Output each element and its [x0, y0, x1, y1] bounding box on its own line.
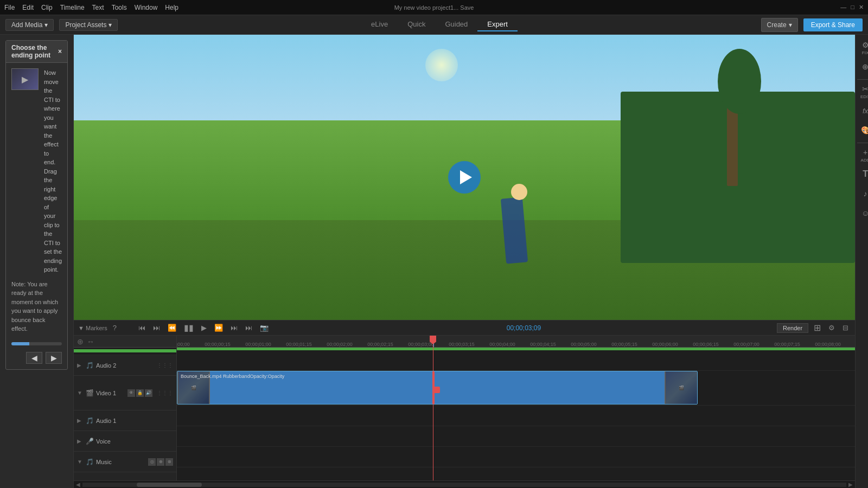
timeline-collapse-btn[interactable]: ⊟ [840, 323, 851, 333]
left-panel: Choose the ending point × ▶ Now move the… [0, 35, 74, 488]
sidebar-align[interactable]: ⊕ [856, 59, 868, 76]
voice-label: Voice [96, 438, 173, 445]
timeline-zoom-btn[interactable]: ⊞ [812, 322, 823, 334]
timeline-tracks-area: 00;00;00;00 00;00;00;15 00;00;01;00 00;0… [177, 336, 855, 480]
markers-dropdown[interactable]: ▼ Markers [78, 325, 107, 331]
sidebar-add[interactable]: + ADD [856, 146, 868, 164]
right-sidebar: ⚙ FIX ⊕ ✂ EDIT fx 🎨 + ADD T ♪ [855, 35, 868, 488]
voice-icon: 🎤 [86, 438, 94, 445]
sidebar-music[interactable]: ♪ [856, 185, 868, 203]
menu-bar: File Edit Clip Timeline Text Tools Windo… [4, 4, 178, 11]
video1-dots: ⋮⋮⋮ [157, 390, 173, 396]
prev-clip-button[interactable]: ⏭ [151, 323, 162, 333]
track-header-music: ▼ 🎵 Music ◎ ⊕ ⊗ [74, 452, 176, 472]
track-row-audio1 [177, 406, 855, 426]
wizard-progress-fill [11, 342, 29, 345]
timeline-content: ⊕ ↔ ▶ 🎵 Audio 2 ⋮⋮⋮ [74, 336, 855, 480]
sidebar-fix[interactable]: ⚙ FIX [856, 39, 868, 56]
maximize-btn[interactable]: □ [851, 4, 854, 11]
scroll-left-icon[interactable]: ◀ [76, 481, 80, 487]
render-range-bar [177, 348, 855, 350]
music-icon: 🎵 [86, 458, 94, 466]
wizard-next-button[interactable]: ▶ [46, 352, 62, 364]
scissors-icon: ✂ [862, 85, 868, 93]
ruler-line-11 [624, 345, 625, 347]
tab-quick[interactable]: Quick [398, 18, 435, 31]
minimize-btn[interactable]: — [840, 4, 846, 11]
video1-icon: 🎬 [86, 389, 94, 397]
ruler-line-7 [462, 345, 462, 347]
export-share-button[interactable]: Export & Share [803, 18, 863, 31]
clip-thumb-right: 🎬 [665, 371, 697, 404]
align-icon: ⊕ [862, 62, 868, 71]
music-ctrl1[interactable]: ◎ [148, 458, 156, 466]
ruler-line-4 [340, 344, 340, 347]
scroll-thumb[interactable] [137, 483, 202, 487]
music-note-icon: ♪ [864, 189, 867, 198]
snapshot-button[interactable]: 📷 [258, 323, 271, 333]
music-ctrl3[interactable]: ⊗ [165, 458, 173, 466]
menu-clip[interactable]: Clip [41, 4, 53, 11]
sidebar-edit[interactable]: ✂ EDIT [856, 83, 868, 100]
menu-help[interactable]: Help [165, 4, 178, 11]
track-expand-icon[interactable]: ▶ [77, 362, 84, 368]
sidebar-color[interactable]: 🎨 [856, 122, 868, 139]
tab-elive[interactable]: eLive [361, 18, 398, 31]
ruler-snap-indicator [433, 343, 434, 347]
wizard-close-button[interactable]: × [58, 48, 62, 55]
video1-expand-icon[interactable]: ▼ [77, 390, 84, 396]
menu-timeline[interactable]: Timeline [60, 4, 85, 11]
menu-tools[interactable]: Tools [112, 4, 127, 11]
sidebar-emoji[interactable]: ☺ [856, 205, 868, 222]
timeline-settings-btn[interactable]: ⚙ [826, 323, 837, 333]
timeline-scrollbar[interactable]: ◀ ▶ [74, 480, 855, 488]
music-expand-icon[interactable]: ▼ [77, 459, 84, 465]
render-button[interactable]: Render [777, 323, 808, 333]
sidebar-text[interactable]: T [856, 166, 868, 183]
music-controls: ◎ ⊕ ⊗ [148, 458, 173, 466]
play-stop-button[interactable]: ▮▮ [182, 322, 196, 334]
audio1-expand-icon[interactable]: ▶ [77, 418, 84, 423]
next-clip-button[interactable]: ⏭ [228, 323, 240, 333]
music-ctrl2[interactable]: ⊕ [157, 458, 164, 466]
play-button-tl[interactable]: ▶ [199, 323, 209, 333]
play-button[interactable] [448, 161, 481, 194]
menu-edit[interactable]: Edit [22, 4, 34, 11]
video1-eye-btn[interactable]: 👁 [127, 389, 135, 397]
fast-fwd-button[interactable]: ⏩ [212, 323, 225, 333]
sidebar-fx[interactable]: fx [856, 102, 868, 120]
tab-expert[interactable]: Expert [477, 18, 518, 31]
ruler-line-14 [746, 344, 747, 347]
create-button[interactable]: Create ▾ [761, 18, 798, 32]
tab-guided[interactable]: Guided [435, 18, 477, 31]
menu-text[interactable]: Text [92, 4, 104, 11]
project-assets-button[interactable]: Project Assets ▾ [59, 19, 118, 31]
wizard-dialog: Choose the ending point × ▶ Now move the… [5, 40, 68, 370]
menu-file[interactable]: File [4, 4, 15, 11]
track-header-video1: ▼ 🎬 Video 1 👁 🔒 🔊 ⋮⋮⋮ [74, 376, 176, 410]
window-controls: — □ ✕ [840, 4, 864, 11]
menu-window[interactable]: Window [135, 4, 158, 11]
track-header-move-icon[interactable]: ↔ [87, 337, 94, 346]
voice-expand-icon[interactable]: ▶ [77, 438, 84, 444]
wizard-thumbnail: ▶ [11, 68, 39, 90]
wizard-prev-button[interactable]: ◀ [26, 352, 42, 364]
rewind-button[interactable]: ⏪ [165, 323, 178, 333]
video1-lock-btn[interactable]: 🔒 [136, 389, 144, 397]
scroll-right-icon[interactable]: ▶ [848, 481, 853, 487]
add-media-button[interactable]: Add Media ▾ [5, 19, 54, 31]
color-icon: 🎨 [861, 126, 868, 134]
goto-start-button[interactable]: ⏮ [136, 323, 148, 333]
goto-end-button[interactable]: ⏭ [243, 323, 254, 333]
project-title: My new video project1... Save [394, 4, 474, 11]
timeline-help-button[interactable]: ? [111, 323, 119, 333]
video-clip[interactable]: Bounce_Back.mp4 RubberbandOpacity:Opacit… [177, 371, 698, 404]
track-row-voice [177, 426, 855, 447]
close-btn[interactable]: ✕ [859, 4, 864, 11]
wizard-description: Now move the CTI to where you want the e… [44, 68, 62, 274]
ruler-line-15 [787, 345, 788, 347]
track-header-audio2: ▶ 🎵 Audio 2 ⋮⋮⋮ [74, 355, 176, 376]
video1-mute-btn[interactable]: 🔊 [145, 389, 152, 397]
track-header-add-icon[interactable]: ⊕ [77, 337, 84, 346]
fix-icon: ⚙ [862, 41, 868, 49]
